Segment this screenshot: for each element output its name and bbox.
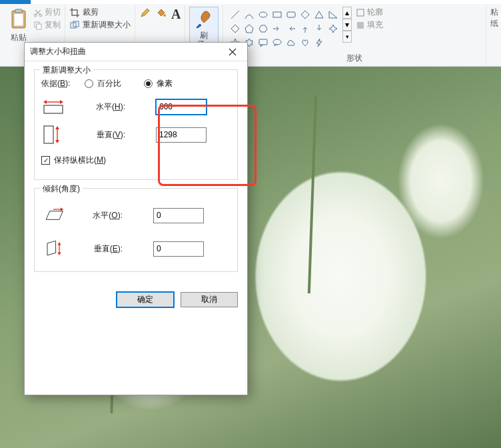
crop-button[interactable]: 裁剪 — [69, 7, 131, 18]
copy-label: 复制 — [45, 19, 61, 31]
gallery-scroll-up[interactable]: ▴ — [342, 7, 352, 19]
dialog-body: 重新调整大小 依据(B): 百分比 像素 — [25, 61, 247, 285]
close-icon — [229, 48, 237, 56]
svg-marker-25 — [316, 39, 322, 47]
svg-marker-36 — [46, 211, 63, 220]
svg-marker-14 — [301, 11, 309, 19]
shape-lightning-icon[interactable] — [312, 36, 326, 49]
paste-button[interactable]: 粘贴 — [7, 7, 31, 45]
svg-line-10 — [231, 11, 239, 19]
svg-rect-1 — [14, 13, 23, 26]
shape-hexagon-icon[interactable] — [256, 22, 270, 35]
fill-icon — [356, 21, 365, 30]
crop-icon — [69, 7, 80, 18]
resize-vertical-icon — [41, 127, 65, 143]
shapes-group-label: 形状 — [346, 53, 362, 64]
skew-v-label: 垂直(E): — [94, 243, 123, 255]
radio-pixels[interactable] — [144, 79, 153, 88]
svg-rect-28 — [44, 105, 63, 113]
svg-marker-15 — [315, 11, 323, 18]
shape-pentagon-icon[interactable] — [243, 22, 256, 35]
skew-legend: 倾斜(角度) — [40, 183, 83, 195]
resize-h-label: 水平(H): — [96, 101, 125, 113]
radio-pixels-label[interactable]: 像素 — [157, 78, 173, 89]
keep-aspect-checkbox[interactable] — [41, 156, 50, 165]
text-tool[interactable]: A — [171, 7, 181, 22]
shape-callout-oval-icon[interactable] — [270, 36, 284, 49]
resize-button[interactable]: 重新调整大小 — [69, 19, 131, 31]
shape-right-triangle-icon[interactable] — [326, 8, 340, 21]
cut-label: 剪切 — [45, 7, 61, 18]
cut-button[interactable]: 剪切 — [33, 7, 61, 18]
gallery-scroll-down[interactable]: ▾ — [342, 19, 352, 31]
shape-triangle-icon[interactable] — [312, 8, 326, 21]
shape-roundrect-icon[interactable] — [284, 8, 298, 21]
resize-vertical-input[interactable] — [156, 127, 207, 143]
skew-h-label: 水平(O): — [93, 210, 123, 221]
svg-marker-35 — [55, 140, 59, 143]
shape-arrow-down-icon[interactable] — [312, 22, 326, 35]
svg-rect-12 — [273, 12, 281, 17]
copy-button[interactable]: 复制 — [33, 19, 61, 31]
keep-aspect-label[interactable]: 保持纵横比(M) — [54, 155, 106, 166]
resize-label: 重新调整大小 — [83, 19, 131, 31]
svg-marker-17 — [231, 25, 239, 33]
ok-button[interactable]: 确定 — [117, 292, 174, 307]
svg-rect-23 — [259, 39, 267, 45]
brush-icon — [194, 9, 214, 31]
shape-curve-icon[interactable] — [243, 8, 256, 21]
resize-horizontal-icon — [41, 99, 65, 115]
cancel-button[interactable]: 取消 — [181, 292, 238, 307]
svg-point-11 — [259, 12, 267, 17]
svg-marker-18 — [245, 25, 253, 33]
shape-rect-icon[interactable] — [270, 8, 284, 21]
shape-line-icon[interactable] — [229, 8, 242, 21]
svg-rect-6 — [37, 24, 41, 29]
brush-label-1: 刷 — [200, 31, 208, 40]
svg-rect-32 — [44, 126, 53, 143]
shape-arrow-left-icon[interactable] — [284, 22, 298, 35]
skew-horizontal-icon — [41, 206, 65, 225]
shape-heart-icon[interactable] — [298, 36, 312, 49]
skew-vertical-icon — [41, 239, 65, 258]
pencil-icon[interactable] — [139, 7, 151, 19]
resize-skew-dialog: 调整大小和扭曲 重新调整大小 依据(B): 百分比 像素 — [24, 42, 248, 395]
close-button[interactable] — [219, 43, 246, 61]
far-right-group: 粘 纸 — [486, 5, 498, 67]
svg-rect-13 — [287, 12, 295, 17]
svg-marker-42 — [57, 252, 61, 255]
shape-diamond-icon[interactable] — [229, 22, 242, 35]
fill-button[interactable]: 填充 — [356, 19, 383, 31]
svg-rect-27 — [357, 22, 364, 29]
paper-label-2: 纸 — [490, 18, 498, 29]
dialog-title-text: 调整大小和扭曲 — [30, 46, 219, 57]
resize-horizontal-input[interactable] — [156, 99, 207, 115]
shape-callout-rect-icon[interactable] — [256, 36, 270, 49]
dialog-button-row: 确定 取消 — [25, 285, 247, 317]
shape-4star-icon[interactable] — [326, 22, 340, 35]
shapes-group: ▴ ▾ ▾ 轮廓 填充 形状 — [223, 5, 486, 67]
shape-arrow-right-icon[interactable] — [270, 22, 284, 35]
bucket-icon[interactable] — [155, 7, 167, 19]
resize-icon — [69, 20, 80, 31]
resize-fieldset: 重新调整大小 依据(B): 百分比 像素 — [34, 69, 238, 180]
shape-callout-cloud-icon[interactable] — [284, 36, 298, 49]
shape-arrow-up-icon[interactable] — [298, 22, 312, 35]
dialog-titlebar[interactable]: 调整大小和扭曲 — [25, 43, 247, 61]
outline-button[interactable]: 轮廓 — [356, 7, 383, 18]
paper-label-1: 粘 — [490, 7, 498, 18]
svg-marker-16 — [329, 11, 337, 18]
copy-icon — [33, 21, 43, 30]
shape-oval-icon[interactable] — [256, 8, 270, 21]
skew-vertical-input[interactable] — [153, 241, 204, 257]
shape-polygon-icon[interactable] — [298, 8, 312, 21]
svg-marker-39 — [47, 241, 56, 255]
basis-label: 依据(B): — [41, 78, 70, 89]
svg-marker-31 — [60, 100, 63, 104]
gallery-expand[interactable]: ▾ — [342, 31, 352, 43]
skew-horizontal-input[interactable] — [153, 208, 204, 223]
radio-percent[interactable] — [85, 79, 93, 88]
resize-legend: 重新调整大小 — [40, 65, 93, 76]
skew-fieldset: 倾斜(角度) 水平(O): — [34, 188, 238, 272]
radio-percent-label[interactable]: 百分比 — [97, 78, 121, 89]
